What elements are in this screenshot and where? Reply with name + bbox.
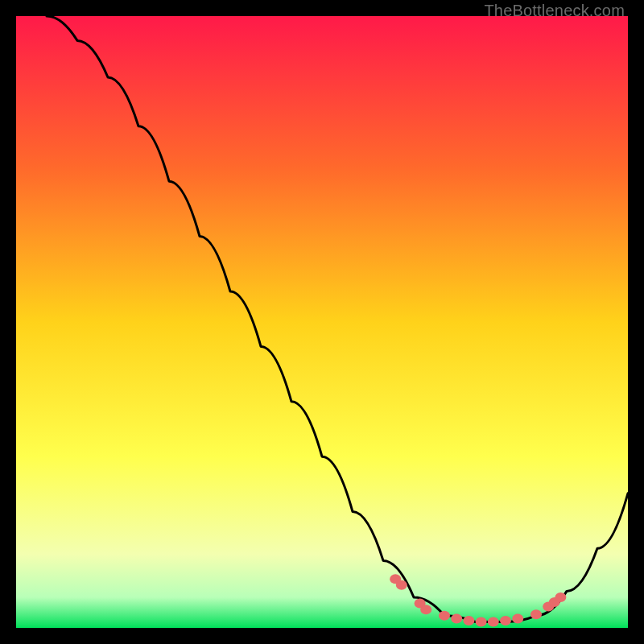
curve-marker	[488, 617, 499, 626]
curve-marker	[476, 617, 487, 626]
curve-marker	[530, 609, 542, 619]
curve-marker	[512, 614, 523, 624]
chart-frame	[16, 16, 628, 628]
curve-marker	[463, 616, 474, 625]
curve-marker	[439, 611, 450, 621]
bottleneck-chart	[16, 16, 628, 628]
curve-marker	[420, 605, 431, 614]
curve-marker	[500, 616, 511, 625]
curve-marker	[555, 592, 566, 602]
curve-marker	[396, 580, 407, 590]
gradient-background	[16, 16, 628, 628]
curve-marker	[451, 614, 462, 624]
